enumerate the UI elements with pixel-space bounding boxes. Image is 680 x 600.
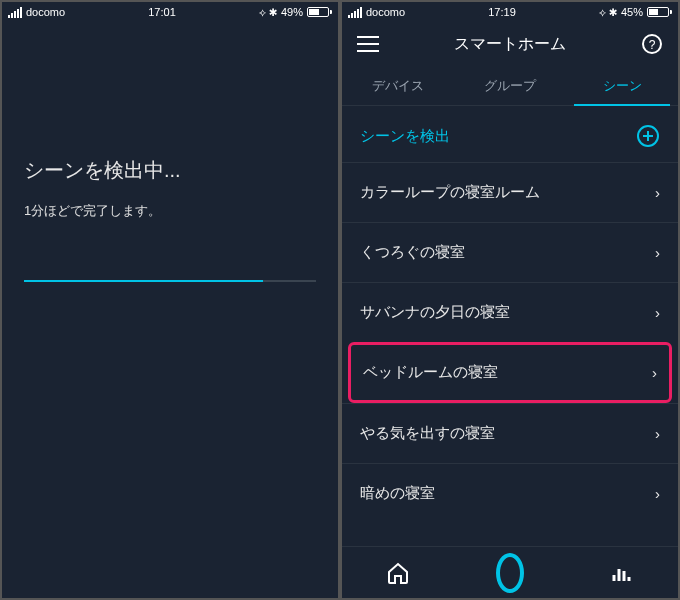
chevron-right-icon: ›	[655, 184, 660, 201]
signal-icon	[8, 7, 22, 18]
battery-pct: 45%	[621, 6, 643, 18]
detecting-subtitle: 1分ほどで完了します。	[24, 202, 316, 220]
status-bar: docomo 17:01 ⟡ ✱ 49%	[2, 2, 338, 22]
scene-label: やる気を出すの寝室	[360, 424, 495, 443]
scene-row[interactable]: くつろぐの寝室 ›	[342, 222, 678, 282]
battery-icon	[647, 7, 672, 17]
help-icon[interactable]: ?	[640, 32, 664, 56]
chevron-right-icon: ›	[655, 244, 660, 261]
battery-icon	[307, 7, 332, 17]
status-left: docomo	[8, 6, 65, 18]
chevron-right-icon: ›	[655, 425, 660, 442]
scene-row[interactable]: 暗めの寝室 ›	[342, 463, 678, 523]
section-header: シーンを検出	[342, 106, 678, 162]
chevron-right-icon: ›	[655, 304, 660, 321]
bottom-nav	[342, 546, 678, 598]
carrier-label: docomo	[26, 6, 65, 18]
detecting-title: シーンを検出中...	[24, 157, 316, 184]
progress-bar	[24, 280, 316, 282]
scene-list: カラーループの寝室ルーム › くつろぐの寝室 › サバンナの夕日の寝室 › ベッ…	[342, 162, 678, 546]
clock: 17:01	[148, 6, 176, 18]
scene-label: 暗めの寝室	[360, 484, 435, 503]
clock: 17:19	[488, 6, 516, 18]
svg-text:?: ?	[649, 38, 656, 52]
scene-label: ベッドルームの寝室	[363, 363, 498, 382]
scene-row[interactable]: サバンナの夕日の寝室 ›	[342, 282, 678, 342]
scene-label: サバンナの夕日の寝室	[360, 303, 510, 322]
detect-scenes-label[interactable]: シーンを検出	[360, 127, 450, 146]
home-icon[interactable]	[384, 559, 412, 587]
tab-scenes[interactable]: シーン	[566, 66, 678, 105]
alexa-icon[interactable]	[496, 559, 524, 587]
scene-row[interactable]: やる気を出すの寝室 ›	[342, 403, 678, 463]
status-bar: docomo 17:19 ⟡ ✱ 45%	[342, 2, 678, 22]
signal-icon	[348, 7, 362, 18]
bluetooth-icon: ⟡ ✱	[599, 6, 617, 19]
tab-groups[interactable]: グループ	[454, 66, 566, 105]
status-left: docomo	[348, 6, 405, 18]
battery-fill	[649, 9, 658, 15]
status-right: ⟡ ✱ 45%	[599, 6, 672, 19]
bluetooth-icon: ⟡ ✱	[259, 6, 277, 19]
progress-fill	[24, 280, 263, 282]
phone-right: docomo 17:19 ⟡ ✱ 45% スマートホーム ? デバイス グループ…	[342, 2, 678, 598]
scene-label: カラーループの寝室ルーム	[360, 183, 540, 202]
chevron-right-icon: ›	[655, 485, 660, 502]
menu-icon[interactable]	[356, 32, 380, 56]
add-icon[interactable]	[636, 124, 660, 148]
scene-label: くつろぐの寝室	[360, 243, 465, 262]
carrier-label: docomo	[366, 6, 405, 18]
page-title: スマートホーム	[454, 34, 566, 55]
phone-left: docomo 17:01 ⟡ ✱ 49% シーンを検出中... 1分ほどで完了し…	[2, 2, 338, 598]
battery-pct: 49%	[281, 6, 303, 18]
chevron-right-icon: ›	[652, 364, 657, 381]
status-right: ⟡ ✱ 49%	[259, 6, 332, 19]
scene-row[interactable]: カラーループの寝室ルーム ›	[342, 162, 678, 222]
battery-fill	[309, 9, 319, 15]
equalizer-icon[interactable]	[608, 559, 636, 587]
nav-bar: スマートホーム ?	[342, 22, 678, 66]
tab-bar: デバイス グループ シーン	[342, 66, 678, 106]
scene-row-highlighted[interactable]: ベッドルームの寝室 ›	[348, 342, 672, 403]
tab-devices[interactable]: デバイス	[342, 66, 454, 105]
